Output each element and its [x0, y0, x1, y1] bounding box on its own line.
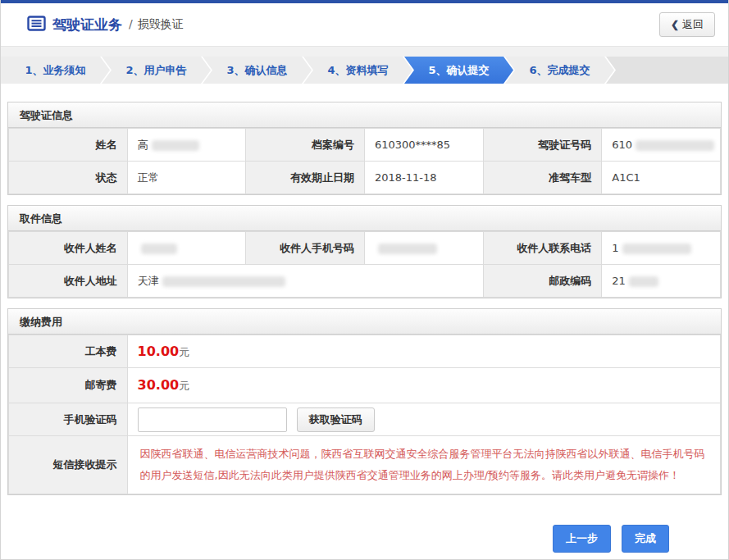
- sms-code-input[interactable]: [138, 407, 287, 432]
- step-progress-bar: 1、业务须知 2、用户申告 3、确认信息 4、资料填写 5、确认提交 6、完成提…: [1, 57, 728, 84]
- table-row: 邮寄费 30.00元: [9, 368, 721, 403]
- expiry-value: 2018-11-18: [364, 162, 483, 194]
- postcode-label: 邮政编码: [483, 265, 602, 298]
- table-row: 短信接收提示 因陕西省联通、电信运营商技术问题，陕西省互联网交通安全综合服务管理…: [9, 436, 721, 494]
- main-content: 驾驶证信息 姓名 高 档案编号 610300****85 驾驶证号码 610 状…: [1, 102, 728, 553]
- previous-step-button[interactable]: 上一步: [553, 525, 611, 553]
- page: 驾驶证业务 /损毁换证 ❮ 返回 1、业务须知 2、用户申告 3、确认信息 4、…: [0, 0, 729, 560]
- vehicle-class-value: A1C1: [602, 162, 721, 194]
- table-row: 姓名 高 档案编号 610300****85 驾驶证号码 610: [9, 129, 721, 162]
- pickup-info-table: 收件人姓名 收件人手机号码 收件人联系电话 1 收件人地址 天津 邮政编码 21: [8, 231, 721, 298]
- recipient-mobile-label: 收件人手机号码: [246, 232, 365, 265]
- status-value: 正常: [127, 162, 246, 194]
- license-no-label: 驾驶证号码: [483, 129, 602, 162]
- sms-notice-label: 短信接收提示: [9, 436, 128, 494]
- finish-button[interactable]: 完成: [622, 525, 669, 553]
- sms-notice-cell: 因陕西省联通、电信运营商技术问题，陕西省互联网交通安全综合服务管理平台无法向持陕…: [127, 436, 720, 494]
- step-tab-6[interactable]: 6、完成提交: [505, 57, 614, 84]
- recipient-mobile-value: [364, 232, 483, 265]
- fees-section: 缴纳费用 工本费 10.00元 邮寄费 30.00元 手机验证码 获取验证码: [7, 308, 722, 495]
- sms-code-label: 手机验证码: [9, 403, 128, 436]
- license-card-icon: [27, 16, 46, 34]
- license-info-table: 姓名 高 档案编号 610300****85 驾驶证号码 610 状态 正常 有…: [8, 128, 721, 194]
- currency-unit: 元: [179, 380, 189, 392]
- recipient-phone-label: 收件人联系电话: [483, 232, 602, 265]
- header: 驾驶证业务 /损毁换证 ❮ 返回: [1, 3, 728, 46]
- license-info-section: 驾驶证信息 姓名 高 档案编号 610300****85 驾驶证号码 610 状…: [7, 102, 722, 195]
- postage-value: 30.00元: [127, 368, 720, 403]
- status-label: 状态: [9, 162, 128, 194]
- back-button[interactable]: ❮ 返回: [659, 12, 715, 37]
- recipient-phone-value: 1: [602, 232, 721, 265]
- table-row: 收件人地址 天津 邮政编码 21: [9, 265, 721, 298]
- redacted-value: [141, 244, 177, 254]
- expiry-label: 有效期止日期: [246, 162, 365, 194]
- redacted-value: [162, 276, 285, 287]
- redacted-value: [378, 244, 437, 254]
- header-title-group: 驾驶证业务 /损毁换证: [27, 16, 184, 34]
- step-tab-5-active[interactable]: 5、确认提交: [404, 57, 513, 84]
- page-title: 驾驶证业务: [52, 16, 122, 34]
- step-tab-1[interactable]: 1、业务须知: [1, 57, 110, 84]
- table-row: 手机验证码 获取验证码: [9, 403, 721, 436]
- fees-section-title: 缴纳费用: [8, 309, 721, 335]
- step-tab-3[interactable]: 3、确认信息: [203, 57, 312, 84]
- card-fee-value: 10.00元: [127, 335, 720, 368]
- table-row: 工本费 10.00元: [9, 335, 721, 368]
- redacted-value: [152, 140, 199, 151]
- recipient-name-value: [127, 232, 246, 265]
- redacted-value: [622, 244, 691, 254]
- step-tab-2[interactable]: 2、用户申告: [102, 57, 211, 84]
- breadcrumb-current: 损毁换证: [138, 17, 184, 30]
- name-label: 姓名: [9, 129, 128, 162]
- address-label: 收件人地址: [9, 265, 128, 298]
- sms-notice-text: 因陕西省联通、电信运营商技术问题，陕西省互联网交通安全综合服务管理平台无法向持陕…: [140, 444, 708, 486]
- table-row: 状态 正常 有效期止日期 2018-11-18 准驾车型 A1C1: [9, 162, 721, 194]
- breadcrumb-separator: /: [129, 17, 133, 30]
- card-fee-amount: 10.00: [138, 344, 180, 359]
- chevron-left-icon: ❮: [671, 19, 679, 30]
- recipient-name-label: 收件人姓名: [9, 232, 128, 265]
- breadcrumb: /损毁换证: [129, 17, 184, 32]
- card-fee-label: 工本费: [9, 335, 128, 368]
- back-button-label: 返回: [682, 17, 704, 32]
- step-bar-tail: [606, 57, 728, 84]
- license-no-value: 610: [602, 129, 721, 162]
- step-tab-4[interactable]: 4、资料填写: [303, 57, 412, 84]
- file-no-value: 610300****85: [364, 129, 483, 162]
- name-value: 高: [127, 129, 246, 162]
- header-divider-strip: [1, 46, 728, 57]
- vehicle-class-label: 准驾车型: [483, 162, 602, 194]
- pickup-info-section: 取件信息 收件人姓名 收件人手机号码 收件人联系电话 1 收件人地址 天津 邮政…: [7, 205, 722, 298]
- table-row: 收件人姓名 收件人手机号码 收件人联系电话 1: [9, 232, 721, 265]
- license-section-title: 驾驶证信息: [8, 102, 721, 128]
- redacted-value: [636, 140, 714, 151]
- bottom-actions: 上一步 完成: [7, 525, 722, 553]
- postcode-value: 21: [602, 265, 721, 298]
- address-value: 天津: [127, 265, 483, 298]
- sms-code-cell: 获取验证码: [127, 403, 720, 436]
- postage-amount: 30.00: [138, 377, 180, 393]
- redacted-value: [629, 276, 658, 287]
- currency-unit: 元: [179, 346, 189, 358]
- postage-label: 邮寄费: [9, 368, 128, 403]
- get-sms-code-button[interactable]: 获取验证码: [297, 407, 375, 432]
- pickup-section-title: 取件信息: [8, 206, 721, 231]
- file-no-label: 档案编号: [246, 129, 365, 162]
- fees-table: 工本费 10.00元 邮寄费 30.00元 手机验证码 获取验证码 短信接收提示: [8, 335, 721, 494]
